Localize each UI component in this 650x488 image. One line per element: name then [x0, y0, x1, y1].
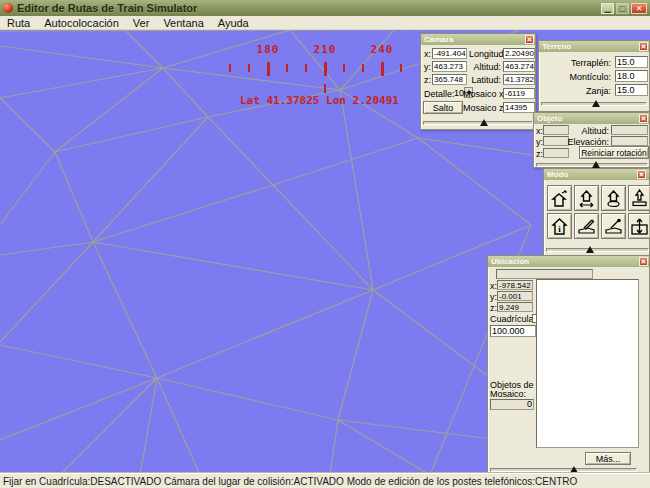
terreno-slider[interactable]: [541, 99, 647, 108]
panel-camara-close-icon[interactable]: ✕: [525, 35, 534, 44]
objeto-elevacion-field[interactable]: [611, 136, 648, 146]
application-window: Editor de Rutas de Train Simulator ▁ ▢ ✕…: [0, 0, 650, 488]
ubicacion-object-list[interactable]: [536, 279, 639, 448]
camara-x-field[interactable]: -491.404: [432, 48, 467, 59]
objeto-x-field[interactable]: [543, 125, 569, 135]
mesh-line: [273, 138, 418, 185]
modo-altura-terreno-button[interactable]: [628, 213, 650, 239]
terreno-terraplen-field[interactable]: 15.0: [615, 56, 648, 68]
mesh-line: [0, 242, 93, 342]
ubicacion-nombre-field[interactable]: [496, 269, 593, 279]
mesh-line: [93, 242, 373, 290]
modo-colocar-objeto-button[interactable]: [547, 185, 572, 211]
menu-ventana[interactable]: Ventana: [156, 17, 210, 29]
compass-tick: [305, 64, 307, 72]
modo-elevar-objeto-button[interactable]: [628, 185, 650, 211]
terreno-zanja-label: Zanja:: [549, 86, 611, 96]
ubicacion-z-field[interactable]: 9.249: [497, 302, 533, 312]
menu-ruta[interactable]: Ruta: [0, 17, 37, 29]
panel-ubicacion: Ubicación ✕ x: -978.542 y: -0.001 z: 9.2…: [487, 255, 650, 474]
camara-latitud-field[interactable]: 41.37825: [503, 74, 535, 85]
maximize-button[interactable]: ▢: [616, 3, 629, 14]
mesh-line: [0, 152, 55, 225]
objeto-y-label: y:: [536, 137, 543, 147]
rotate-object-icon: [604, 189, 623, 208]
compass-tick: [381, 62, 384, 76]
menu-ver[interactable]: Ver: [126, 17, 157, 29]
terreno-monticulo-field[interactable]: 18.0: [615, 70, 648, 82]
minimize-button[interactable]: ▁: [601, 3, 614, 14]
mesh-line: [290, 30, 340, 90]
modo-pendiente-terreno-button[interactable]: [574, 213, 599, 239]
camara-y-field[interactable]: 463.273: [432, 61, 467, 72]
modo-rotar-objeto-button[interactable]: [601, 185, 626, 211]
modo-slider[interactable]: [546, 245, 649, 254]
camara-z-label: z:: [424, 75, 431, 85]
camara-z-field[interactable]: 365.748: [432, 74, 467, 85]
camara-longitud-label: Longitud:: [469, 49, 501, 59]
ubicacion-x-field[interactable]: -978.542: [497, 280, 533, 290]
object-info-icon: i: [550, 217, 569, 236]
compass-tick: [324, 62, 327, 76]
ubicacion-mas-button[interactable]: Más...: [585, 452, 631, 465]
compass-tick: [248, 64, 250, 72]
mesh-line: [93, 242, 157, 378]
menu-ayuda[interactable]: Ayuda: [211, 17, 256, 29]
objeto-reiniciar-rotacion-button[interactable]: Reiniciar rotación: [579, 146, 649, 159]
panel-terreno-titlebar[interactable]: Terreno ✕: [539, 41, 649, 52]
mesh-line: [0, 242, 93, 255]
panel-objeto-close-icon[interactable]: ✕: [639, 114, 648, 123]
eyedropper-icon: [604, 217, 623, 236]
mesh-line: [0, 68, 163, 98]
camara-mosaico-z-field[interactable]: 14395: [503, 102, 535, 113]
modo-slider-thumb[interactable]: [586, 246, 594, 253]
panel-camara-titlebar[interactable]: Cámara ✕: [421, 34, 535, 45]
panel-terreno-close-icon[interactable]: ✕: [639, 42, 648, 51]
panel-ubicacion-title: Ubicación: [491, 257, 529, 266]
mesh-line: [163, 68, 340, 90]
title-bar[interactable]: Editor de Rutas de Train Simulator ▁ ▢ ✕: [0, 0, 650, 16]
mesh-line: [338, 420, 500, 440]
panel-ubicacion-close-icon[interactable]: ✕: [639, 257, 648, 266]
panel-modo-title: Modo: [547, 170, 568, 179]
camara-slider-thumb[interactable]: [480, 119, 488, 126]
terreno-slider-thumb[interactable]: [592, 100, 600, 107]
camara-salto-button[interactable]: Salto: [423, 101, 463, 114]
panel-objeto-titlebar[interactable]: Objeto ✕: [534, 113, 649, 124]
modo-propiedades-objeto-button[interactable]: i: [547, 213, 572, 239]
terreno-zanja-field[interactable]: 15.0: [615, 84, 648, 96]
terreno-monticulo-label: Montículo:: [549, 72, 611, 82]
menu-autocolocacion[interactable]: Autocolocación: [37, 17, 126, 29]
mesh-line: [157, 378, 200, 473]
modo-muestra-terreno-button[interactable]: [601, 213, 626, 239]
objeto-altitud-field[interactable]: [611, 125, 648, 135]
compass-tick: [286, 64, 288, 72]
compass-tick: [362, 64, 364, 72]
ubicacion-y-field[interactable]: -0.001: [497, 291, 533, 301]
camara-altitud-field[interactable]: 463.274: [503, 61, 535, 72]
panel-modo-close-icon[interactable]: ✕: [637, 170, 646, 179]
ubicacion-slider-thumb[interactable]: [570, 466, 578, 473]
mesh-line: [0, 46, 163, 68]
ubicacion-objetos-field[interactable]: 0: [490, 399, 534, 410]
svg-text:i: i: [558, 224, 561, 234]
objeto-slider-thumb[interactable]: [592, 161, 600, 168]
panel-modo-titlebar[interactable]: Modo ✕: [544, 169, 649, 180]
close-button[interactable]: ✕: [631, 3, 647, 14]
vertical-move-icon: [630, 217, 649, 236]
panel-ubicacion-titlebar[interactable]: Ubicación ✕: [488, 256, 649, 267]
objeto-z-field[interactable]: [543, 148, 569, 158]
compass-tick: [267, 62, 270, 76]
terreno-terraplen-label: Terraplén:: [549, 58, 611, 68]
compass-heading-240: 240: [371, 43, 394, 56]
camara-slider[interactable]: [423, 118, 533, 127]
menu-bar: Ruta Autocolocación Ver Ventana Ayuda: [0, 16, 650, 30]
modo-mover-objeto-button[interactable]: [574, 185, 599, 211]
mesh-line: [418, 138, 531, 225]
status-text: Fijar en Cuadrícula:DESACTIVADO Cámara d…: [3, 476, 577, 487]
panel-camara: Cámara ✕ x: -491.404 Longitud: 2.204907 …: [420, 33, 536, 130]
ubicacion-cuadricula-field[interactable]: 100.000: [490, 325, 536, 337]
camara-mosaico-x-field[interactable]: -6119: [503, 88, 535, 99]
camara-longitud-field[interactable]: 2.204907: [503, 48, 535, 59]
objeto-z-label: z:: [536, 149, 543, 159]
